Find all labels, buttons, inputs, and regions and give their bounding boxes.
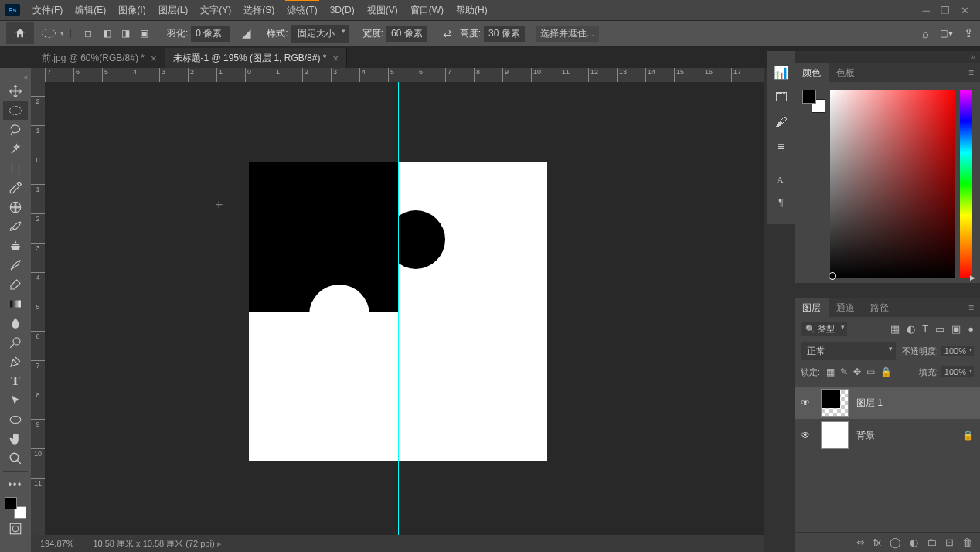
layer-row-1[interactable]: 👁 图层 1 [795,387,980,419]
layer-mask-icon[interactable]: ◯ [890,537,901,548]
home-button[interactable] [6,22,34,44]
vertical-guide-lower[interactable] [398,391,399,535]
properties-panel-icon[interactable]: 🗔 [775,90,788,104]
history-panel-icon[interactable]: 📊 [774,65,789,80]
delete-layer-icon[interactable]: 🗑 [962,537,972,548]
layer-name[interactable]: 背景 [856,429,875,442]
marquee-tool[interactable] [3,101,28,120]
history-brush-tool[interactable] [3,255,28,274]
lock-pixels-icon[interactable]: ✎ [840,366,848,377]
adjustment-layer-icon[interactable]: ◐ [910,537,918,548]
layer-thumbnail[interactable] [821,389,849,417]
tab-close-icon[interactable]: × [151,53,157,64]
document-tab-1[interactable]: 前.jpg @ 60%(RGB/8#) * × [34,48,165,68]
lock-position-icon[interactable]: ✥ [853,366,861,377]
document-tab-2[interactable]: 未标题-1 @ 195% (图层 1, RGB/8#) * × [165,48,348,68]
gradient-tool[interactable] [3,294,28,313]
opacity-input[interactable]: 100% [941,346,974,356]
zoom-tool[interactable] [3,448,28,468]
canvas-viewport[interactable]: + [45,82,764,535]
shape-tool[interactable] [3,410,28,429]
menu-window[interactable]: 窗口(W) [404,0,450,20]
search-icon[interactable]: ⌕ [922,27,929,40]
layer-row-background[interactable]: 👁 背景 🔒 [795,419,980,451]
tab-swatches[interactable]: 色板 [829,63,863,82]
link-layers-icon[interactable]: ⇔ [856,537,865,548]
path-selection-tool[interactable] [3,390,28,410]
layer-style-icon[interactable]: fx [873,537,881,548]
menu-help[interactable]: 帮助(H) [450,0,494,20]
panel-menu-icon[interactable]: ≡ [962,302,980,313]
selection-subtract-button[interactable]: ◨ [117,26,133,41]
layer-thumbnail[interactable] [821,421,849,449]
selection-add-button[interactable]: ◧ [99,26,114,41]
filter-pixel-icon[interactable]: ▦ [890,323,900,335]
dodge-tool[interactable] [3,332,28,352]
type-tool[interactable]: T [3,371,28,390]
selection-new-button[interactable]: ◻ [80,26,96,41]
filter-adjust-icon[interactable]: ◐ [907,323,915,335]
fg-swatch[interactable] [802,90,816,104]
quick-mask-button[interactable] [3,519,28,538]
move-tool[interactable] [3,81,28,101]
vertical-ruler[interactable]: 2101234567891011 [31,82,45,535]
character-panel-icon[interactable]: A| [777,175,785,186]
window-close-icon[interactable]: ✕ [961,5,969,16]
eraser-tool[interactable] [3,274,28,294]
layer-visibility-icon[interactable]: 👁 [801,397,813,408]
color-saturation-picker[interactable] [830,90,955,278]
tab-color[interactable]: 颜色 [795,63,829,82]
pen-tool[interactable] [3,352,28,371]
paragraph-panel-icon[interactable]: ¶ [778,197,783,208]
horizontal-guide[interactable] [45,312,764,312]
toolbox-collapse-icon[interactable]: « [23,73,31,81]
window-restore-icon[interactable]: ❐ [941,5,950,16]
menu-image[interactable]: 图像(I) [112,0,151,20]
tab-channels[interactable]: 通道 [829,298,863,317]
fill-input[interactable]: 100% [941,366,974,377]
layer-filter-kind-dropdown[interactable]: 类型 [801,322,847,336]
layer-group-icon[interactable]: 🗀 [927,537,937,548]
foreground-background-colors[interactable] [5,497,26,519]
brushes-panel-icon[interactable]: 🖌 [775,115,788,129]
layer-name[interactable]: 图层 1 [856,397,883,410]
filter-type-icon[interactable]: T [922,323,928,335]
tab-paths[interactable]: 路径 [863,298,897,317]
tool-preset-dropdown[interactable]: ▾ [39,29,71,38]
blend-mode-dropdown[interactable]: 正常 [801,342,896,360]
zoom-level-input[interactable]: 194.87% [31,539,83,548]
foreground-color-swatch[interactable] [5,497,17,509]
filter-toggle-icon[interactable]: ● [968,323,974,335]
document-info[interactable]: 10.58 厘米 x 10.58 厘米 (72 ppi) [83,538,230,550]
hand-tool[interactable] [3,429,28,448]
window-minimize-icon[interactable]: ─ [923,5,930,16]
menu-layer[interactable]: 图层(L) [152,0,195,20]
ruler-origin[interactable] [31,68,45,82]
clone-stamp-tool[interactable] [3,236,28,255]
tab-close-icon[interactable]: × [332,53,339,64]
filter-smart-icon[interactable]: ▣ [951,323,961,335]
panel-menu-icon[interactable]: ≡ [962,67,980,78]
height-input[interactable]: 30 像素 [484,26,525,42]
eyedropper-tool[interactable] [3,178,28,197]
swap-dimensions-icon[interactable]: ⇄ [443,27,452,39]
adjustments-panel-icon[interactable]: ≡ [778,140,784,154]
filter-shape-icon[interactable]: ▭ [935,323,944,335]
healing-brush-tool[interactable] [3,197,28,216]
menu-file[interactable]: 文件(F) [26,0,69,20]
menu-3d[interactable]: 3D(D) [324,0,361,20]
new-layer-icon[interactable]: ⊡ [945,537,954,548]
lock-transparency-icon[interactable]: ▦ [826,366,835,377]
menu-type[interactable]: 文字(Y) [194,0,237,20]
lock-all-icon[interactable]: 🔒 [880,366,892,377]
tab-layers[interactable]: 图层 [795,298,829,317]
share-icon[interactable]: ⇪ [964,26,974,40]
horizontal-ruler[interactable]: 765432101234567891011121314151617 [45,68,764,82]
color-hue-slider[interactable] [960,90,972,278]
workspace-switcher-icon[interactable]: ▢▾ [940,28,953,39]
color-fg-bg-swatch[interactable] [802,90,825,113]
panel-collapse-icon[interactable]: » [795,51,980,63]
menu-view[interactable]: 视图(V) [361,0,404,20]
style-dropdown[interactable]: 固定大小 [291,25,349,43]
edit-toolbar-button[interactable]: ••• [3,475,28,494]
